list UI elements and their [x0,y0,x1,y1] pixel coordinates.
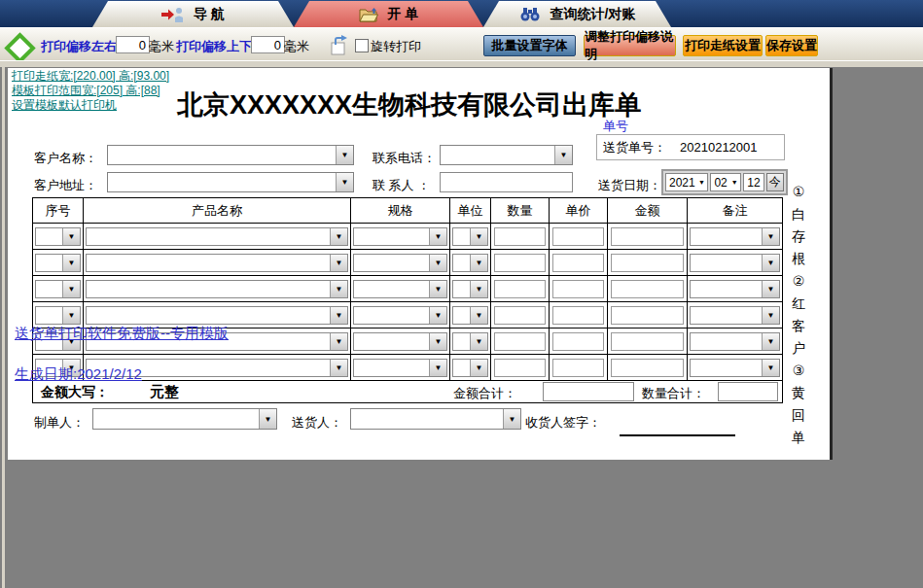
dropdown-arrow-icon[interactable]: ▼ [330,360,347,376]
generated-date-link[interactable]: 生成日期:2021/2/12 [15,365,142,384]
spec-combobox[interactable]: ▼ [353,227,447,246]
spec-combobox[interactable]: ▼ [353,280,447,298]
price-input[interactable] [552,227,604,246]
unit-combobox[interactable]: ▼ [452,359,488,377]
dropdown-arrow-icon[interactable]: ▼ [330,307,347,324]
contact-phone-combobox[interactable]: ▼ [440,145,573,165]
unit-combobox[interactable]: ▼ [452,227,488,246]
dropdown-arrow-icon[interactable]: ▼ [330,333,347,350]
dropdown-arrow-icon[interactable]: ▼ [62,228,80,245]
qty-input[interactable] [494,227,546,246]
paper-size-link[interactable]: 打印走纸宽:[220.00] 高:[93.00] [12,69,169,84]
amount-input[interactable] [611,254,684,272]
dropdown-arrow-icon[interactable]: ▼ [762,333,779,350]
dropdown-arrow-icon[interactable]: ▼ [429,228,446,245]
month-select[interactable]: 02 ▼ [710,173,741,191]
dropdown-arrow-icon[interactable]: ▼ [762,360,779,376]
dropdown-arrow-icon[interactable]: ▼ [470,307,487,324]
day-input[interactable]: 12 [743,173,763,191]
tab-query-stats[interactable]: 查询统计/对账 [483,1,671,27]
customer-name-combobox[interactable]: ▼ [107,145,354,165]
spec-combobox[interactable]: ▼ [353,306,447,325]
note-combobox[interactable]: ▼ [690,254,780,272]
customer-address-combobox[interactable]: ▼ [107,172,354,192]
qty-input[interactable] [494,280,546,298]
spec-combobox[interactable]: ▼ [353,359,447,377]
dropdown-arrow-icon[interactable]: ▼ [429,281,446,297]
deliverer-combobox[interactable]: ▼ [350,408,521,430]
dropdown-arrow-icon[interactable]: ▼ [762,281,779,297]
dropdown-arrow-icon[interactable]: ▼ [762,307,779,324]
price-input[interactable] [552,306,604,325]
qty-input[interactable] [494,306,546,325]
note-combobox[interactable]: ▼ [690,227,780,246]
amount-input[interactable] [611,359,684,377]
dropdown-arrow-icon[interactable]: ▼ [554,146,572,164]
dropdown-arrow-icon[interactable]: ▼ [728,179,740,186]
dropdown-arrow-icon[interactable]: ▼ [429,333,446,350]
dropdown-arrow-icon[interactable]: ▼ [470,281,487,297]
dropdown-arrow-icon[interactable]: ▼ [695,179,707,186]
product-combobox[interactable]: ▼ [86,254,348,272]
dropdown-arrow-icon[interactable]: ▼ [762,255,779,271]
dropdown-arrow-icon[interactable]: ▼ [503,409,520,429]
seq-combobox[interactable]: ▼ [35,227,81,246]
dropdown-arrow-icon[interactable]: ▼ [762,228,779,245]
tab-navigation[interactable]: 导 航 [92,1,294,27]
save-settings-button[interactable]: 保存设置 [765,35,818,56]
dropdown-arrow-icon[interactable]: ▼ [259,409,276,429]
dropdown-arrow-icon[interactable]: ▼ [336,173,353,191]
qty-total-input[interactable] [718,382,778,401]
amount-input[interactable] [611,332,684,351]
contact-person-input[interactable] [440,172,573,192]
price-input[interactable] [552,332,604,351]
dropdown-arrow-icon[interactable]: ▼ [330,255,347,271]
maker-combobox[interactable]: ▼ [92,408,277,430]
note-combobox[interactable]: ▼ [690,280,780,298]
product-combobox[interactable]: ▼ [86,280,348,298]
year-select[interactable]: 2021 ▼ [665,173,708,191]
dropdown-arrow-icon[interactable]: ▼ [429,360,446,376]
note-combobox[interactable]: ▼ [690,306,780,325]
qty-input[interactable] [494,254,546,272]
spec-combobox[interactable]: ▼ [353,332,447,351]
price-input[interactable] [552,280,604,298]
amount-input[interactable] [611,306,684,325]
offset-lr-input[interactable] [116,36,150,53]
today-button[interactable]: 今 [766,173,784,191]
price-input[interactable] [552,359,604,377]
dropdown-arrow-icon[interactable]: ▼ [470,255,487,271]
unit-combobox[interactable]: ▼ [452,306,488,325]
dropdown-arrow-icon[interactable]: ▼ [429,307,446,324]
dropdown-arrow-icon[interactable]: ▼ [62,281,80,297]
dropdown-arrow-icon[interactable]: ▼ [470,228,487,245]
unit-combobox[interactable]: ▼ [452,280,488,298]
paper-feed-settings-button[interactable]: 打印走纸设置 [683,35,763,56]
software-watermark-link[interactable]: 送货单打印软件免费版--专用模版 [15,325,229,343]
adjust-offset-help-button[interactable]: 调整打印偏移说明 [584,35,676,56]
dropdown-arrow-icon[interactable]: ▼ [62,307,80,324]
amount-input[interactable] [611,280,684,298]
dropdown-arrow-icon[interactable]: ▼ [429,255,446,271]
product-combobox[interactable]: ▼ [86,306,348,325]
dropdown-arrow-icon[interactable]: ▼ [330,281,347,297]
seq-combobox[interactable]: ▼ [35,306,81,325]
product-combobox[interactable]: ▼ [86,227,348,246]
price-input[interactable] [552,254,604,272]
unit-combobox[interactable]: ▼ [452,254,488,272]
batch-set-font-button[interactable]: 批量设置字体 [483,35,576,56]
dropdown-arrow-icon[interactable]: ▼ [62,255,80,271]
seq-combobox[interactable]: ▼ [35,254,81,272]
dropdown-arrow-icon[interactable]: ▼ [470,360,487,376]
amount-total-input[interactable] [543,382,634,401]
dropdown-arrow-icon[interactable]: ▼ [336,146,353,164]
note-combobox[interactable]: ▼ [690,359,780,377]
note-combobox[interactable]: ▼ [690,332,780,351]
dropdown-arrow-icon[interactable]: ▼ [330,228,347,245]
rotate-print-checkbox[interactable] [355,39,369,52]
seq-combobox[interactable]: ▼ [35,280,81,298]
amount-input[interactable] [611,227,684,246]
unit-combobox[interactable]: ▼ [452,332,488,351]
spec-combobox[interactable]: ▼ [353,254,447,272]
delivery-no-box[interactable]: 送货单号： 20210212001 [596,134,785,160]
